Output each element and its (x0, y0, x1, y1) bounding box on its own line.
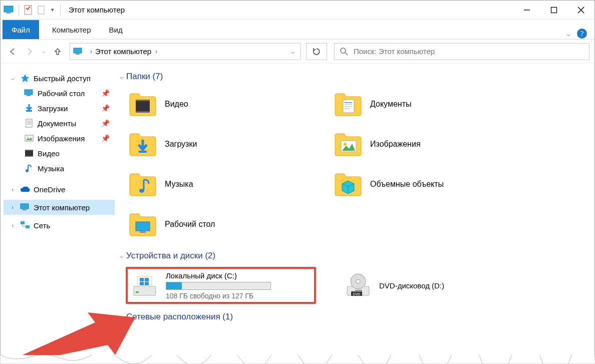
section-title: Устройства и диски (2) (126, 251, 215, 261)
sidebar-item-downloads[interactable]: Загрузки 📌 (4, 101, 115, 116)
svg-rect-58 (355, 290, 362, 291)
chevron-right-icon[interactable]: › (9, 222, 17, 228)
sidebar-item-quick-access[interactable]: ⌵ Быстрый доступ (4, 71, 115, 86)
sidebar-item-documents[interactable]: Документы 📌 (4, 116, 115, 131)
ribbon-collapse-icon[interactable]: ⌵ (566, 30, 570, 38)
up-button[interactable] (51, 45, 65, 59)
sidebar-item-label: Загрузки (38, 104, 68, 113)
breadcrumb-root[interactable]: Этот компьютер (95, 47, 151, 56)
recent-dropdown[interactable]: ⌵ (40, 45, 48, 59)
svg-point-45 (139, 189, 144, 193)
sidebar-item-label: Видео (38, 149, 60, 158)
folder-label: Документы (370, 100, 411, 109)
drive-name: DVD-дисковод (D:) (379, 281, 444, 290)
folder-documents[interactable]: Документы (332, 88, 522, 121)
chevron-down-icon[interactable]: ⌵ (9, 75, 17, 82)
tab-file[interactable]: Файл (3, 20, 39, 39)
folder-label: Музыка (165, 180, 193, 189)
svg-rect-36 (343, 100, 354, 113)
svg-rect-5 (551, 7, 557, 13)
svg-rect-51 (136, 291, 139, 293)
drive-dvd-d[interactable]: DVD DVD-дисковод (D:) (341, 267, 531, 304)
chevron-down-icon[interactable]: ⌵ (120, 252, 123, 259)
svg-point-60 (356, 279, 360, 283)
sidebar-item-label: Документы (38, 119, 76, 128)
pin-icon: 📌 (101, 134, 110, 142)
svg-rect-27 (25, 156, 33, 157)
sidebar-item-desktop[interactable]: Рабочий стол 📌 (4, 86, 115, 101)
address-bar[interactable]: › Этот компьютер › ⌵ (70, 43, 301, 60)
svg-rect-49 (140, 231, 146, 233)
svg-rect-34 (136, 100, 150, 101)
properties-icon[interactable] (23, 5, 34, 16)
help-icon[interactable]: ? (576, 28, 587, 39)
ribbon-tabs: Файл Компьютер Вид ⌵ ? (1, 20, 594, 40)
back-button[interactable] (6, 45, 20, 59)
folder-3d-objects[interactable]: Объемные объекты (332, 168, 522, 201)
breadcrumb-separator[interactable]: › (151, 48, 161, 55)
svg-rect-2 (25, 6, 32, 15)
svg-text:DVD: DVD (353, 292, 361, 296)
new-item-icon[interactable] (36, 5, 47, 16)
svg-rect-53 (140, 278, 144, 281)
folder-desktop[interactable]: Рабочий стол (127, 208, 317, 241)
svg-point-44 (344, 143, 347, 146)
section-folders-header[interactable]: ⌵ Папки (7) (117, 69, 594, 85)
folder-downloads[interactable]: Загрузки (127, 128, 317, 161)
pc-icon (72, 46, 84, 58)
section-drives-header[interactable]: ⌵ Устройства и диски (2) (117, 248, 594, 264)
pin-icon: 📌 (101, 89, 110, 97)
sidebar-item-pictures[interactable]: Изображения 📌 (4, 131, 115, 146)
sidebar-item-this-pc[interactable]: › Этот компьютер (4, 200, 115, 215)
folder-music[interactable]: Музыка (127, 168, 317, 201)
svg-point-12 (341, 48, 346, 53)
forward-button[interactable] (23, 45, 37, 59)
storage-bar (166, 282, 271, 290)
navigation-sidebar: ⌵ Быстрый доступ Рабочий стол 📌 Загрузки… (1, 64, 117, 363)
pc-icon (20, 202, 31, 213)
folder-pictures[interactable]: Изображения (332, 128, 522, 161)
sidebar-item-label: Этот компьютер (34, 203, 90, 212)
search-box[interactable] (334, 43, 589, 60)
drive-local-c[interactable]: Локальный диск (C:) 108 ГБ свободно из 1… (126, 267, 316, 304)
section-network-header[interactable]: ⌵ Сетевые расположения (1) (117, 309, 594, 325)
documents-icon (24, 118, 35, 129)
svg-point-28 (26, 169, 29, 172)
pictures-folder-icon (334, 130, 362, 158)
main-content: ⌵ Папки (7) Видео Документы (117, 64, 594, 363)
close-button[interactable] (567, 1, 594, 19)
search-input[interactable] (354, 47, 584, 56)
chevron-right-icon[interactable]: › (9, 204, 17, 210)
pc-icon (4, 5, 15, 15)
svg-rect-17 (26, 110, 32, 112)
sidebar-item-onedrive[interactable]: › OneDrive (4, 182, 115, 197)
chevron-down-icon[interactable]: ⌵ (120, 313, 123, 320)
tab-computer[interactable]: Компьютер (43, 20, 100, 39)
address-dropdown-icon[interactable]: ⌵ (287, 48, 299, 55)
sidebar-item-label: Изображения (38, 134, 85, 143)
music-folder-icon (129, 170, 157, 198)
desktop-folder-icon (129, 210, 157, 238)
documents-folder-icon (334, 90, 362, 118)
maximize-button[interactable] (540, 1, 567, 19)
drive-name: Локальный диск (C:) (166, 271, 271, 280)
svg-rect-41 (139, 151, 147, 153)
svg-rect-26 (25, 150, 33, 151)
torn-edge (0, 355, 595, 364)
refresh-button[interactable] (306, 43, 327, 60)
minimize-button[interactable] (513, 1, 540, 19)
folder-label: Изображения (370, 140, 421, 149)
chevron-right-icon[interactable]: › (9, 186, 17, 192)
star-icon (20, 73, 31, 84)
svg-marker-14 (21, 74, 29, 82)
tab-view[interactable]: Вид (100, 20, 132, 39)
qat-dropdown-icon[interactable]: ▾ (49, 7, 56, 13)
folder-videos[interactable]: Видео (127, 88, 317, 121)
folder-label: Объемные объекты (370, 180, 444, 189)
sidebar-item-music[interactable]: Музыка (4, 161, 115, 176)
separator (60, 5, 61, 16)
breadcrumb-separator[interactable]: › (87, 48, 95, 55)
sidebar-item-videos[interactable]: Видео (4, 146, 115, 161)
chevron-down-icon[interactable]: ⌵ (120, 73, 123, 80)
sidebar-item-network[interactable]: › Сеть (4, 218, 115, 233)
